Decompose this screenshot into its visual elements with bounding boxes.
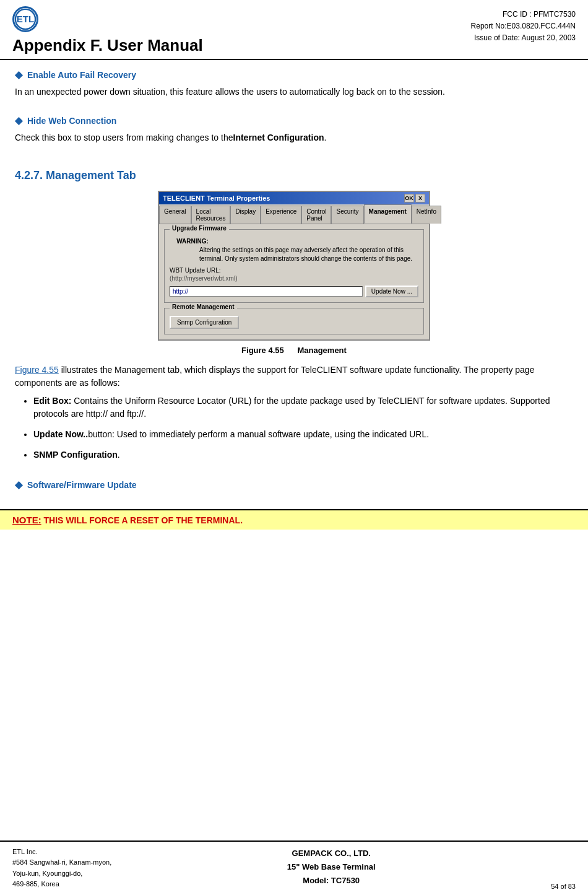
hide-web-connection-body: Check this box to stop users from making…: [15, 131, 573, 144]
enable-auto-fail-heading: ◆ Enable Auto Fail Recovery: [15, 69, 573, 81]
logo-icon: ETL: [12, 6, 38, 32]
update-now-button[interactable]: Update Now ...: [365, 286, 418, 297]
hide-web-connection-heading: ◆ Hide Web Connection: [15, 115, 573, 126]
tab-management[interactable]: Management: [364, 204, 412, 224]
figure-intro-text: illustrates the Management tab, which di…: [15, 365, 534, 388]
figure-intro-para: Figure 4.55 illustrates the Management t…: [15, 364, 573, 390]
tab-display[interactable]: Display: [230, 206, 261, 224]
software-firmware-heading: ◆ Software/Firmware Update: [15, 479, 573, 491]
warning-body: Altering the settings on this page may a…: [199, 246, 418, 263]
list-item-edit-box: Edit Box: Contains the Uniform Resource …: [33, 395, 573, 421]
footer-center: GEMPACK CO., LTD. 15" Web Base Terminal …: [287, 847, 376, 888]
note-text: THIS WILL FORCE A RESET OF THE TERMINAL.: [41, 515, 243, 525]
footer-center-line3: Model: TC7530: [287, 874, 376, 888]
screenshot-box: TELECLIENT Terminal Properties OK X Gene…: [158, 191, 430, 341]
hide-web-connection-section: ◆ Hide Web Connection Check this box to …: [15, 115, 573, 144]
edit-box-label: Edit Box:: [33, 396, 71, 406]
bullet-diamond-icon-2: ◆: [15, 115, 22, 126]
note-bar: NOTE: THIS WILL FORCE A RESET OF THE TER…: [0, 509, 588, 530]
component-list: Edit Box: Contains the Uniform Resource …: [33, 395, 573, 461]
page-header: ETL Appendix F. User Manual FCC ID : PFM…: [0, 0, 588, 60]
hide-web-body-prefix: Check this box to stop users from making…: [15, 133, 233, 142]
window-body: Upgrade Firmware WARNING: Altering the s…: [159, 224, 429, 339]
enable-auto-fail-body: In an unexpected power down situation, t…: [15, 85, 573, 98]
tab-local-resources[interactable]: Local Resources: [191, 206, 231, 224]
window-titlebar: TELECLIENT Terminal Properties OK X: [159, 192, 429, 204]
footer-center-line1: GEMPACK CO., LTD.: [287, 847, 376, 860]
page-title: Appendix F. User Manual: [12, 36, 203, 55]
footer-address1: #584 Sangwhal-ri, Kanam-myon,: [12, 857, 111, 868]
hide-web-connection-label: Hide Web Connection: [27, 116, 116, 126]
tab-control-panel[interactable]: Control Panel: [301, 206, 331, 224]
management-tab-heading: 4.2.7. Management Tab: [15, 169, 573, 182]
bullet-diamond-icon: ◆: [15, 69, 22, 81]
update-now-text: button: Used to immediately perform a ma…: [88, 429, 429, 439]
svg-text:ETL: ETL: [17, 14, 35, 24]
figure-caption-text: Management: [297, 346, 346, 355]
window-buttons[interactable]: OK X: [404, 194, 425, 203]
ok-button[interactable]: OK: [404, 194, 414, 203]
enable-auto-fail-section: ◆ Enable Auto Fail Recovery In an unexpe…: [15, 69, 573, 98]
remote-management-label: Remote Management: [170, 303, 237, 310]
footer-page-number: 54 of 83: [551, 883, 576, 890]
upgrade-firmware-label: Upgrade Firmware: [170, 225, 229, 232]
tab-security[interactable]: Security: [331, 206, 363, 224]
remote-management-group: Remote Management Snmp Configuration: [164, 308, 424, 334]
enable-auto-fail-label: Enable Auto Fail Recovery: [27, 70, 136, 80]
close-button[interactable]: X: [415, 194, 425, 203]
warning-text: WARNING: Altering the settings on this p…: [170, 237, 418, 263]
url-row[interactable]: http:// Update Now ...: [170, 286, 418, 297]
tab-netinfo[interactable]: NetInfo: [412, 206, 441, 224]
snmp-suffix: .: [118, 450, 120, 460]
figure-caption-label: Figure 4.55: [241, 346, 284, 355]
content-area: ◆ Enable Auto Fail Recovery In an unexpe…: [0, 60, 588, 503]
page-footer: ETL Inc. #584 Sangwhal-ri, Kanam-myon, Y…: [0, 840, 588, 895]
footer-company-name: ETL Inc.: [12, 847, 111, 858]
issue-date: Issue of Date: August 20, 2003: [471, 32, 576, 44]
wbt-url-hint: (http://myserver/wbt.xml): [170, 275, 418, 282]
bullet-diamond-icon-3: ◆: [15, 479, 22, 491]
window-tabs[interactable]: General Local Resources Display Experien…: [159, 204, 429, 224]
snmp-configuration-button[interactable]: Snmp Configuration: [170, 316, 239, 329]
url-input[interactable]: http://: [170, 286, 363, 297]
tab-general[interactable]: General: [159, 206, 191, 224]
hide-web-body-bold: Internet Configuration: [233, 133, 324, 142]
report-no: Report No:E03.0820.FCC.444N: [471, 20, 576, 32]
hide-web-body-suffix: .: [324, 133, 327, 142]
window-title: TELECLIENT Terminal Properties: [163, 194, 270, 202]
tab-experience[interactable]: Experience: [261, 206, 301, 224]
header-info: FCC ID : PFMTC7530 Report No:E03.0820.FC…: [471, 6, 576, 45]
footer-address2: Yoju-kun, Kyounggi-do,: [12, 868, 111, 880]
figure-container: TELECLIENT Terminal Properties OK X Gene…: [15, 191, 573, 355]
software-firmware-label: Software/Firmware Update: [27, 480, 137, 490]
footer-company-info: ETL Inc. #584 Sangwhal-ri, Kanam-myon, Y…: [12, 847, 111, 890]
figure-caption: Figure 4.55 Management: [241, 346, 347, 355]
header-left: ETL Appendix F. User Manual: [12, 6, 203, 55]
list-item-snmp: SNMP Configuration.: [33, 448, 573, 461]
list-item-update-now: Update Now..button: Used to immediately …: [33, 428, 573, 441]
edit-box-text: Contains the Uniform Resource Locator (U…: [33, 396, 550, 419]
software-firmware-section: ◆ Software/Firmware Update: [15, 479, 573, 491]
warning-label: WARNING:: [176, 238, 209, 245]
footer-address3: 469-885, Korea: [12, 879, 111, 890]
snmp-label: SNMP Configuration: [33, 450, 118, 460]
footer-center-line2: 15" Web Base Terminal: [287, 860, 376, 874]
fcc-id: FCC ID : PFMTC7530: [471, 9, 576, 20]
upgrade-firmware-group: Upgrade Firmware WARNING: Altering the s…: [164, 229, 424, 303]
update-now-label: Update Now..: [33, 429, 88, 439]
logo-area: ETL: [12, 6, 203, 32]
figure-link[interactable]: Figure 4.55: [15, 365, 59, 375]
wbt-url-label: WBT Update URL:: [170, 267, 418, 274]
note-label: NOTE:: [12, 515, 41, 525]
